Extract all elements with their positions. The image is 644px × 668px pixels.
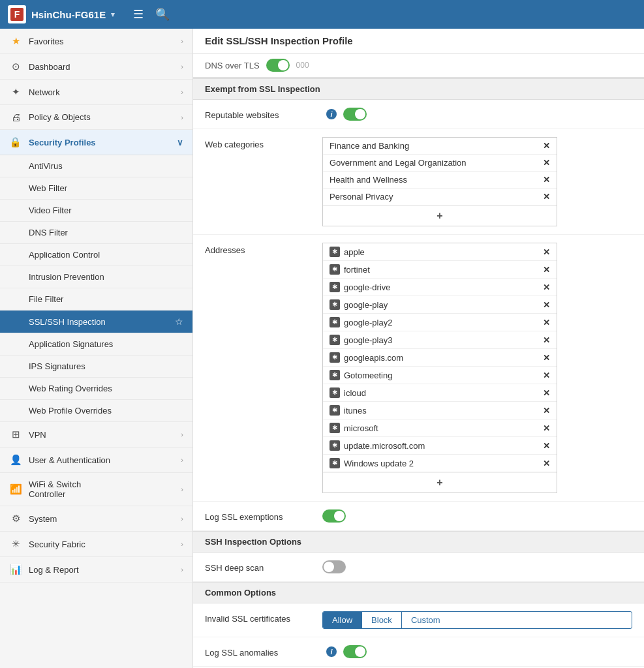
sidebar-item-web-rating-overrides[interactable]: Web Rating Overrides [0, 378, 192, 400]
device-chevron-icon[interactable]: ▾ [111, 10, 115, 19]
custom-button[interactable]: Custom [402, 612, 450, 628]
sidebar-item-web-filter[interactable]: Web Filter [0, 177, 192, 200]
remove-privacy-button[interactable]: ✕ [543, 192, 550, 202]
sidebar-item-web-profile-overrides[interactable]: Web Profile Overrides [0, 400, 192, 422]
allow-button[interactable]: Allow [323, 612, 362, 628]
sidebar-item-intrusion-prevention[interactable]: Intrusion Prevention [0, 266, 192, 288]
add-web-category-button[interactable]: + [323, 205, 557, 226]
remove-govt-button[interactable]: ✕ [543, 158, 550, 168]
tag-row: ✱ itunes ✕ [323, 402, 557, 419]
chevron-right-icon: › [181, 431, 183, 438]
addr-icon: ✱ [330, 423, 340, 433]
web-categories-label: Web categories [205, 137, 322, 149]
fortinet-logo-icon: F [8, 5, 26, 23]
sidebar-item-system[interactable]: ⚙ System › [0, 506, 192, 532]
log-ssl-anomalies-control: i [322, 645, 632, 658]
addr-icon: ✱ [330, 370, 340, 380]
remove-apple-button[interactable]: ✕ [543, 247, 550, 257]
addresses-row: Addresses ✱ apple ✕ ✱ fortinet ✕ ✱ [193, 235, 644, 502]
add-address-button[interactable]: + [323, 472, 557, 493]
sidebar-item-log-report[interactable]: 📊 Log & Report › [0, 557, 192, 583]
sidebar-item-user-auth[interactable]: 👤 User & Authentication › [0, 448, 192, 473]
chevron-right-icon: › [181, 456, 183, 464]
sidebar-item-ssl-ssh[interactable]: SSL/SSH Inspection ☆ [0, 311, 192, 333]
chevron-right-icon: › [181, 515, 183, 523]
tag-row: ✱ icloud ✕ [323, 384, 557, 402]
addr-icon: ✱ [330, 247, 340, 257]
sidebar-item-network[interactable]: ✦ Network › [0, 80, 192, 105]
sidebar-item-dashboard[interactable]: ⊙ Dashboard › [0, 54, 192, 80]
tag-row: ✱ googleapis.com ✕ [323, 349, 557, 367]
sidebar-item-application-control[interactable]: Application Control [0, 244, 192, 266]
fabric-icon: ✳ [9, 538, 22, 550]
remove-microsoft-button[interactable]: ✕ [543, 423, 550, 433]
remove-windows-update2-button[interactable]: ✕ [543, 459, 550, 468]
log-ssl-anomalies-label: Log SSL anomalies [205, 645, 322, 658]
search-icon[interactable]: 🔍 [155, 7, 170, 22]
sidebar-item-security-fabric[interactable]: ✳ Security Fabric › [0, 532, 192, 557]
wifi-icon: 📶 [9, 483, 22, 495]
sidebar-item-security-profiles[interactable]: 🔒 Security Profiles ∨ [0, 130, 192, 155]
tag-row: ✱ apple ✕ [323, 243, 557, 261]
sidebar-item-policy-objects[interactable]: 🖨 Policy & Objects › [0, 105, 192, 130]
web-categories-row: Web categories Finance and Banking ✕ Gov… [193, 129, 644, 235]
info-icon[interactable]: i [326, 109, 337, 119]
remove-update-microsoft-button[interactable]: ✕ [543, 441, 550, 451]
remove-fortinet-button[interactable]: ✕ [543, 265, 550, 275]
addr-icon: ✱ [330, 317, 340, 327]
remove-googleapis-button[interactable]: ✕ [543, 353, 550, 363]
tag-row: Health and Wellness ✕ [323, 172, 557, 189]
chevron-down-icon: ∨ [177, 138, 183, 147]
info-icon[interactable]: i [326, 646, 337, 657]
sidebar-item-label: Security Fabric [29, 539, 181, 549]
remove-gdrive-button[interactable]: ✕ [543, 282, 550, 292]
sidebar-item-file-filter[interactable]: File Filter [0, 288, 192, 311]
network-icon: ✦ [9, 86, 22, 98]
sidebar-item-wifi-switch[interactable]: 📶 WiFi & SwitchController › [0, 473, 192, 506]
ssh-deep-scan-control [322, 560, 632, 573]
remove-finance-button[interactable]: ✕ [543, 141, 550, 151]
sidebar-item-vpn[interactable]: ⊞ VPN › [0, 422, 192, 448]
sidebar-item-ips-signatures[interactable]: IPS Signatures [0, 356, 192, 378]
device-logo[interactable]: F HsinChu-FG61E ▾ [8, 5, 115, 23]
sidebar-item-app-signatures[interactable]: Application Signatures [0, 333, 192, 356]
user-icon: 👤 [9, 454, 22, 466]
remove-gplay2-button[interactable]: ✕ [543, 318, 550, 327]
sidebar-item-antivirus[interactable]: AntiVirus [0, 155, 192, 177]
invalid-ssl-row: Invalid SSL certificates Allow Block Cus… [193, 603, 644, 637]
remove-health-button[interactable]: ✕ [543, 175, 550, 185]
tag-row: ✱ google-play ✕ [323, 296, 557, 314]
hamburger-menu-icon[interactable]: ☰ [133, 7, 144, 22]
common-options-section-header: Common Options [193, 582, 644, 603]
addr-icon: ✱ [330, 458, 340, 468]
vpn-icon: ⊞ [9, 429, 22, 440]
remove-gplay3-button[interactable]: ✕ [543, 335, 550, 345]
main-layout: ★ Favorites › ⊙ Dashboard › ✦ Network › … [0, 29, 644, 668]
sidebar-item-favorites[interactable]: ★ Favorites › [0, 29, 192, 54]
log-ssl-exemptions-row: Log SSL exemptions [193, 502, 644, 531]
block-button[interactable]: Block [362, 612, 402, 628]
tag-row: Personal Privacy ✕ [323, 189, 557, 205]
remove-gotomeeting-button[interactable]: ✕ [543, 371, 550, 380]
ssh-deep-scan-toggle[interactable] [322, 560, 346, 573]
sidebar-item-label: WiFi & SwitchController [29, 479, 181, 499]
sidebar-item-dns-filter[interactable]: DNS Filter [0, 222, 192, 244]
star-favorite-icon[interactable]: ☆ [175, 316, 183, 327]
addresses-box: ✱ apple ✕ ✱ fortinet ✕ ✱ google-drive ✕ [322, 243, 557, 493]
dns-over-tls-label: DNS over TLS [205, 61, 260, 70]
remove-itunes-button[interactable]: ✕ [543, 406, 550, 416]
log-ssl-anomalies-toggle[interactable] [343, 645, 367, 658]
log-ssl-exemptions-toggle[interactable] [322, 509, 346, 523]
dns-over-tls-toggle[interactable] [266, 59, 290, 72]
page-title: Edit SSL/SSH Inspection Profile [193, 29, 644, 53]
remove-icloud-button[interactable]: ✕ [543, 388, 550, 398]
tag-row: ✱ google-play2 ✕ [323, 314, 557, 331]
sidebar-item-video-filter[interactable]: Video Filter [0, 200, 192, 222]
invalid-ssl-control: Allow Block Custom [322, 611, 632, 629]
remove-gplay-button[interactable]: ✕ [543, 300, 550, 310]
sidebar-item-label: Dashboard [29, 62, 181, 72]
tag-row: ✱ update.microsoft.com ✕ [323, 437, 557, 455]
tag-row: ✱ google-drive ✕ [323, 279, 557, 296]
reputable-toggle[interactable] [343, 108, 367, 121]
addr-icon: ✱ [330, 352, 340, 363]
